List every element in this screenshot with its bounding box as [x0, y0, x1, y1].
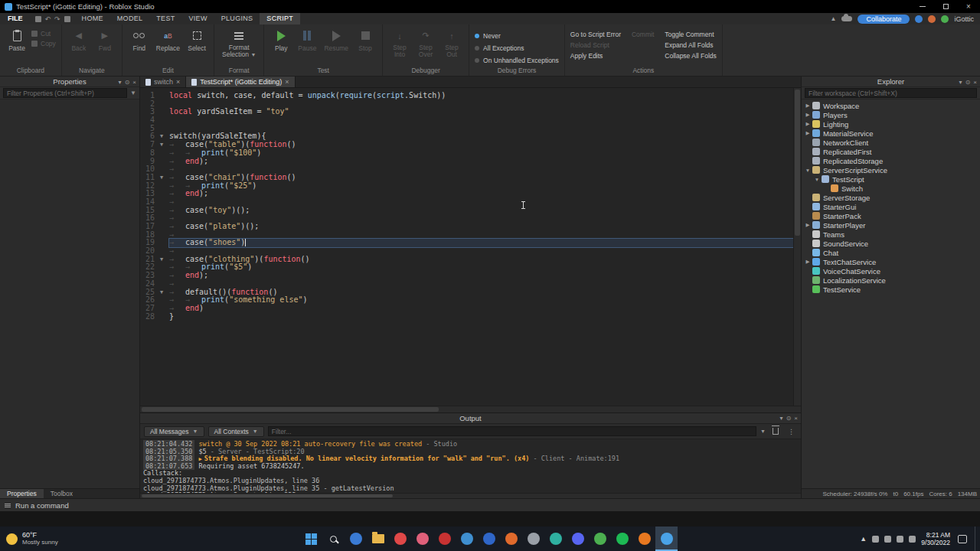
go-to-script-error-button[interactable]: Go to Script Error: [570, 31, 621, 38]
code-line[interactable]: 3local yardSaleItem = "toy": [140, 108, 801, 116]
maximize-button[interactable]: [934, 0, 957, 13]
output-line[interactable]: 08:21:07.653Requiring asset 6738245247.: [143, 463, 798, 471]
taskbar-start-icon[interactable]: [300, 527, 322, 551]
close-icon[interactable]: ×: [973, 79, 977, 86]
taskbar-roblox-studio-icon[interactable]: [655, 527, 678, 551]
explorer-item-serverscriptservice[interactable]: ▼ServerScriptService: [802, 165, 980, 174]
expand-arrow-icon[interactable]: ▶: [804, 130, 812, 136]
taskbar-app-green-icon[interactable]: [589, 527, 611, 551]
taskbar-spotify-icon[interactable]: [611, 527, 633, 551]
onedrive-icon[interactable]: [872, 536, 879, 543]
stop-button[interactable]: Stop: [354, 28, 377, 54]
debug-errors-option-never[interactable]: Never: [475, 31, 559, 41]
redo-icon[interactable]: ↷: [54, 15, 60, 23]
output-horizontal-scrollbar[interactable]: [140, 493, 801, 498]
taskbar-app-orange-icon[interactable]: [500, 527, 522, 551]
code-text[interactable]: →: [169, 198, 801, 207]
menu-tab-script[interactable]: SCRIPT: [260, 13, 300, 24]
forward-button[interactable]: ▶Fwd: [93, 28, 116, 54]
close-tab-icon[interactable]: ×: [285, 78, 289, 86]
code-line[interactable]: 26→→print("something else"): [140, 296, 801, 305]
line-number[interactable]: 8: [140, 149, 160, 158]
explorer-item-networkclient[interactable]: NetworkClient: [802, 138, 980, 147]
chevron-up-icon[interactable]: ▲: [831, 15, 837, 22]
document-tab[interactable]: switch×: [140, 77, 186, 87]
code-line[interactable]: 23→end);: [140, 272, 801, 280]
code-text[interactable]: →case("plate")();: [169, 223, 801, 231]
code-text[interactable]: →→print("$100"): [169, 149, 801, 158]
select-button[interactable]: Select: [185, 28, 208, 54]
explorer-item-voicechatservice[interactable]: VoiceChatService: [802, 266, 980, 276]
expand-arrow-icon[interactable]: ▼: [804, 168, 812, 173]
scrollbar-thumb[interactable]: [142, 494, 393, 497]
code-line[interactable]: 4: [140, 116, 801, 125]
explorer-item-startergui[interactable]: StarterGui: [802, 202, 980, 211]
code-line[interactable]: 8→→print("$100"): [140, 149, 801, 158]
close-tab-icon[interactable]: ×: [176, 78, 180, 86]
menu-tab-model[interactable]: MODEL: [110, 13, 150, 24]
taskbar-app-teal-icon[interactable]: [544, 527, 567, 551]
menu-tab-home[interactable]: HOME: [75, 13, 110, 24]
scrollbar-thumb[interactable]: [142, 407, 439, 412]
explorer-item-testservice[interactable]: TestService: [802, 285, 980, 294]
play-button[interactable]: Play: [270, 28, 292, 54]
code-text[interactable]: →end): [169, 305, 801, 313]
expand-arrow-icon[interactable]: ▶: [804, 222, 812, 228]
script-editor[interactable]: 1local switch, case, default = unpack(re…: [140, 88, 801, 406]
step-into-button[interactable]: ↓StepInto: [388, 28, 411, 60]
contexts-filter-dropdown[interactable]: All Contexts▼: [208, 426, 264, 437]
taskbar-file-explorer-icon[interactable]: [367, 527, 389, 551]
explorer-item-switch[interactable]: Switch: [802, 184, 980, 193]
document-tab[interactable]: TestScript* (iGottic Editing)×: [186, 77, 295, 87]
code-line[interactable]: 1local switch, case, default = unpack(re…: [140, 92, 801, 100]
explorer-item-starterpack[interactable]: StarterPack: [802, 211, 980, 220]
open-icon[interactable]: [64, 16, 70, 22]
clear-output-icon[interactable]: [773, 428, 779, 435]
code-text[interactable]: →→print("something else"): [169, 296, 801, 305]
scrollbar-thumb[interactable]: [795, 90, 800, 236]
close-button[interactable]: ×: [957, 0, 980, 13]
taskbar-app-blue-icon[interactable]: [345, 527, 367, 551]
explorer-item-replicatedfirst[interactable]: ReplicatedFirst: [802, 147, 980, 156]
editor-horizontal-scrollbar[interactable]: [140, 406, 801, 412]
expand-arrow-icon[interactable]: ▶: [804, 259, 812, 265]
notifications-icon[interactable]: [928, 15, 936, 23]
code-text[interactable]: →→print("$25"): [169, 182, 801, 191]
code-line[interactable]: 9→end);: [140, 158, 801, 166]
taskbar-app-red-icon[interactable]: [389, 527, 411, 551]
menu-tab-plugins[interactable]: PLUGINS: [214, 13, 260, 24]
explorer-item-teams[interactable]: Teams: [802, 230, 980, 239]
code-text[interactable]: →case("chair")(function(): [169, 174, 801, 182]
menu-tab-test[interactable]: TEST: [149, 13, 181, 24]
file-menu[interactable]: FILE: [0, 13, 31, 24]
explorer-item-lighting[interactable]: ▶Lighting: [802, 119, 980, 129]
code-text[interactable]: [169, 116, 801, 125]
pause-button[interactable]: Pause: [296, 28, 318, 54]
explorer-item-starterplayer[interactable]: ▶StarterPlayer: [802, 220, 980, 230]
find-button[interactable]: Find: [128, 28, 151, 54]
expand-all-folds-button[interactable]: Expand All Folds: [665, 41, 717, 49]
explorer-item-materialservice[interactable]: ▶MaterialService: [802, 129, 980, 138]
taskbar-search-icon[interactable]: [322, 527, 345, 551]
code-text[interactable]: →end);: [169, 158, 801, 166]
properties-filter-input[interactable]: [3, 88, 127, 98]
code-line[interactable]: 27→end): [140, 305, 801, 313]
code-line[interactable]: 15→case("toy")();: [140, 207, 801, 215]
more-options-icon[interactable]: ⋮: [786, 428, 797, 435]
taskbar-app-purple-icon[interactable]: [567, 527, 589, 551]
fold-arrow-icon[interactable]: ▼: [160, 256, 169, 264]
expand-arrow-icon[interactable]: ▶: [804, 112, 812, 118]
explorer-item-players[interactable]: ▶Players: [802, 110, 980, 119]
copy-button[interactable]: Copy: [31, 40, 56, 47]
explorer-item-soundservice[interactable]: SoundService: [802, 239, 980, 248]
taskbar-app-pink-icon[interactable]: [411, 527, 433, 551]
code-text[interactable]: →case("clothing")(function(): [169, 256, 801, 264]
messages-filter-dropdown[interactable]: All Messages▼: [144, 426, 204, 437]
chevron-down-icon[interactable]: ▾: [119, 79, 122, 86]
filter-funnel-icon[interactable]: ▼: [130, 90, 136, 96]
apply-edits-button[interactable]: Apply Edits: [570, 52, 621, 60]
help-icon[interactable]: [915, 15, 923, 23]
expand-arrow-icon[interactable]: ▶: [804, 121, 812, 127]
commit-button[interactable]: Commit: [632, 31, 654, 38]
code-text[interactable]: →: [169, 231, 801, 240]
